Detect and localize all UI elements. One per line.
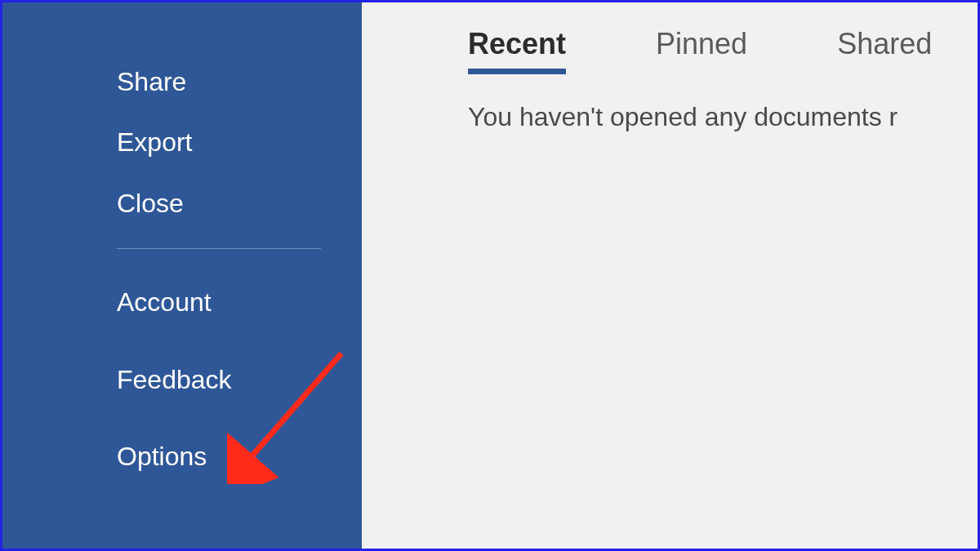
sidebar-item-feedback[interactable]: Feedback <box>117 341 329 418</box>
sidebar-divider <box>117 248 321 249</box>
sidebar-item-options[interactable]: Options <box>117 418 329 495</box>
sidebar: Share Export Close Account Feedback Opti… <box>2 2 362 549</box>
main-panel: Recent Pinned Shared You haven't opened … <box>362 2 978 549</box>
sidebar-item-close[interactable]: Close <box>117 173 329 233</box>
backstage-view: Share Export Close Account Feedback Opti… <box>2 2 978 549</box>
empty-state-message: You haven't opened any documents r <box>468 102 978 132</box>
document-tabs: Recent Pinned Shared <box>468 27 978 69</box>
tab-shared[interactable]: Shared <box>837 27 932 69</box>
sidebar-item-share[interactable]: Share <box>117 51 329 112</box>
tab-recent[interactable]: Recent <box>468 27 566 69</box>
sidebar-item-account[interactable]: Account <box>117 264 329 340</box>
sidebar-item-export[interactable]: Export <box>117 112 329 172</box>
tab-pinned[interactable]: Pinned <box>656 27 747 69</box>
